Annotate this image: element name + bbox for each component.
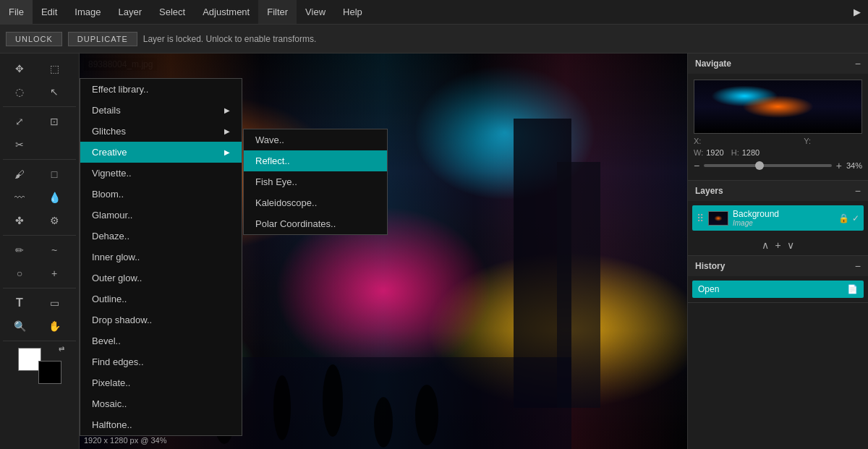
filter-bloom[interactable]: Bloom.. <box>80 184 242 205</box>
tool-row-10: T ▭ <box>3 292 76 314</box>
transform-tool[interactable]: ⤢ <box>3 111 36 132</box>
hand-tool[interactable]: ✋ <box>38 315 71 337</box>
wave-tool[interactable]: 〰 <box>3 187 36 208</box>
menu-image[interactable]: Image <box>66 0 109 24</box>
zoom-in-button[interactable]: + <box>836 160 842 171</box>
crop-tool[interactable]: ⊡ <box>38 111 71 132</box>
canvas-status: 1920 x 1280 px @ 34% <box>84 436 167 445</box>
filter-glamour[interactable]: Glamour.. <box>80 205 242 226</box>
zoom-tool[interactable]: 🔍 <box>3 315 36 337</box>
creative-fish-eye[interactable]: Fish Eye.. <box>244 171 387 192</box>
text-tool[interactable]: T <box>3 292 36 314</box>
layer-thumbnail <box>708 211 728 226</box>
cut-tool[interactable]: ✂ <box>3 134 36 155</box>
filter-dropdown: Effect library.. Details ▶ Glitches ▶ Cr… <box>80 78 242 436</box>
filter-inner-glow[interactable]: Inner glow.. <box>80 247 242 268</box>
unlock-button[interactable]: UNLOCK <box>6 32 62 46</box>
creative-wave[interactable]: Wave.. <box>244 129 387 150</box>
expand-icon[interactable]: ▶ <box>846 0 868 24</box>
smudge-tool[interactable]: ~ <box>38 239 71 261</box>
menu-select[interactable]: Select <box>150 0 194 24</box>
swap-colors-icon[interactable]: ⇄ <box>59 345 64 353</box>
filter-outer-glow[interactable]: Outer glow.. <box>80 268 242 288</box>
move-tool[interactable]: ✥ <box>3 58 36 80</box>
menu-adjustment[interactable]: Adjustment <box>194 0 258 24</box>
eyedrop-tool[interactable]: 💧 <box>38 187 71 208</box>
filter-find-edges[interactable]: Find edges.. <box>80 351 242 372</box>
filter-dehaze[interactable]: Dehaze.. <box>80 226 242 247</box>
creative-polar-coordinates[interactable]: Polar Coordinates.. <box>244 213 387 234</box>
zoom-slider[interactable] <box>704 164 832 167</box>
filter-details[interactable]: Details ▶ <box>80 100 242 121</box>
layer-info: Layer is locked. Unlock to enable transf… <box>143 34 316 44</box>
filter-outline[interactable]: Outline.. <box>80 288 242 309</box>
main-layout: ✥ ⬚ ◌ ↖ ⤢ ⊡ ✂ 🖌 □ 〰 💧 ✤ ⚙ ✏ <box>0 54 868 449</box>
width-item: W: 1920 <box>694 148 724 157</box>
creative-kaleidoscope[interactable]: Kaleidoscope.. <box>244 192 387 213</box>
filter-drop-shadow[interactable]: Drop shadow.. <box>80 309 242 330</box>
filter-mosaic[interactable]: Mosaic.. <box>80 393 242 414</box>
w-value: 1920 <box>706 148 723 157</box>
layer-type: Image <box>733 219 834 227</box>
menu-file[interactable]: File <box>0 0 33 24</box>
blob-tool[interactable]: ✤ <box>3 210 36 231</box>
navigate-thumbnail[interactable] <box>694 80 862 134</box>
dodge-tool[interactable]: ○ <box>3 262 36 284</box>
pointer-tool[interactable]: ↖ <box>38 81 71 103</box>
x-label: X: <box>694 137 701 145</box>
layers-collapse-icon[interactable]: − <box>855 185 861 197</box>
y-label: Y: <box>804 137 811 145</box>
filter-glitches[interactable]: Glitches ▶ <box>80 121 242 142</box>
brush-tool[interactable]: 🖌 <box>3 163 36 185</box>
filter-halftone[interactable]: Halftone.. <box>80 414 242 435</box>
tool-row-1: ✥ ⬚ <box>3 58 76 80</box>
coords-row: X: Y: <box>694 134 862 148</box>
pencil-tool[interactable]: ✏ <box>3 239 36 261</box>
history-content: Open 📄 <box>688 276 868 302</box>
zoom-slider-thumb[interactable] <box>755 161 764 170</box>
lasso-tool[interactable]: ◌ <box>3 81 36 103</box>
layer-item-background[interactable]: ⠿ Background Image 🔒 ✓ <box>692 205 864 231</box>
menu-filter[interactable]: Filter <box>258 0 297 24</box>
select-rect-tool[interactable]: ⬚ <box>38 58 71 80</box>
tool-row-5: 🖌 □ <box>3 163 76 185</box>
layers-title: Layers <box>695 186 723 196</box>
canvas-area: 89388004_m.jpg <box>80 54 687 449</box>
menu-layer[interactable]: Layer <box>110 0 151 24</box>
filter-vignette[interactable]: Vignette.. <box>80 163 242 184</box>
layer-add-button[interactable]: + <box>775 239 780 251</box>
creative-submenu: Wave.. Reflect.. Fish Eye.. Kaleidoscope… <box>243 129 388 235</box>
layer-lock-icon[interactable]: 🔒 <box>838 213 849 223</box>
navigate-collapse-icon[interactable]: − <box>855 58 861 69</box>
filter-bevel[interactable]: Bevel.. <box>80 330 242 351</box>
layer-drag-handle[interactable]: ⠿ <box>697 213 704 224</box>
navigate-title: Navigate <box>695 59 731 69</box>
background-color[interactable] <box>38 361 61 384</box>
layer-move-up-button[interactable]: ∧ <box>762 239 769 251</box>
menu-help[interactable]: Help <box>334 0 371 24</box>
history-collapse-icon[interactable]: − <box>855 260 861 272</box>
filter-effect-library[interactable]: Effect library.. <box>80 79 242 100</box>
tool-separator-3 <box>3 235 76 236</box>
eraser-tool[interactable]: □ <box>38 163 71 185</box>
tool-row-3: ⤢ ⊡ <box>3 111 76 132</box>
shape-tool[interactable]: ▭ <box>38 292 71 314</box>
layer-visible-icon[interactable]: ✓ <box>852 213 859 223</box>
w-label: W: <box>694 148 703 157</box>
layers-section: Layers − ⠿ Background Image 🔒 ✓ <box>688 181 868 256</box>
layer-move-down-button[interactable]: ∨ <box>787 239 794 251</box>
filter-pixelate[interactable]: Pixelate.. <box>80 372 242 393</box>
zoom-out-button[interactable]: − <box>694 160 699 171</box>
filter-creative[interactable]: Creative ▶ <box>80 142 242 163</box>
creative-arrow: ▶ <box>224 148 230 156</box>
history-item-icon: 📄 <box>847 284 858 294</box>
duplicate-button[interactable]: DUPLICATE <box>68 32 137 46</box>
right-panel: Navigate − X: Y: W: 1920 H: <box>687 54 868 449</box>
menu-edit[interactable]: Edit <box>33 0 66 24</box>
creative-reflect[interactable]: Reflect.. <box>244 150 387 171</box>
heal-tool[interactable]: + <box>38 262 71 284</box>
gear-tool[interactable]: ⚙ <box>38 210 71 231</box>
history-item-open[interactable]: Open 📄 <box>692 281 864 298</box>
menu-view[interactable]: View <box>297 0 334 24</box>
layers-actions: ∧ + ∨ <box>688 235 868 255</box>
